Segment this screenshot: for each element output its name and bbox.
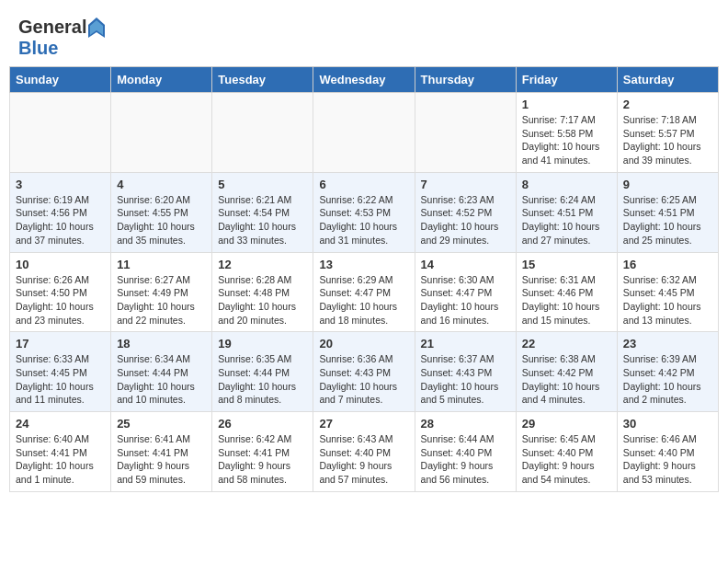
day-number: 16: [623, 258, 712, 271]
calendar-cell: 12Sunrise: 6:28 AM Sunset: 4:48 PM Dayli…: [212, 252, 313, 332]
day-number: 9: [623, 178, 712, 191]
logo-general-text: General: [18, 17, 86, 38]
day-info: Sunrise: 6:46 AM Sunset: 4:40 PM Dayligh…: [623, 432, 712, 487]
day-number: 25: [117, 417, 206, 431]
calendar-cell: [313, 93, 415, 173]
day-header-monday: Monday: [111, 67, 212, 93]
calendar-cell: 15Sunrise: 6:31 AM Sunset: 4:46 PM Dayli…: [516, 252, 617, 332]
day-info: Sunrise: 6:36 AM Sunset: 4:43 PM Dayligh…: [319, 352, 408, 407]
calendar-cell: 27Sunrise: 6:43 AM Sunset: 4:40 PM Dayli…: [313, 412, 415, 492]
day-number: 15: [522, 258, 611, 271]
calendar-cell: [10, 93, 111, 173]
calendar-cell: 29Sunrise: 6:45 AM Sunset: 4:40 PM Dayli…: [516, 412, 617, 492]
calendar-cell: [415, 93, 516, 173]
day-number: 19: [218, 337, 307, 350]
day-number: 14: [421, 258, 510, 271]
day-number: 27: [319, 417, 408, 431]
calendar-cell: 18Sunrise: 6:34 AM Sunset: 4:44 PM Dayli…: [111, 332, 212, 412]
day-info: Sunrise: 6:43 AM Sunset: 4:40 PM Dayligh…: [319, 432, 408, 487]
day-info: Sunrise: 6:26 AM Sunset: 4:50 PM Dayligh…: [16, 273, 105, 327]
day-info: Sunrise: 6:31 AM Sunset: 4:46 PM Dayligh…: [522, 273, 611, 327]
day-number: 4: [117, 178, 206, 191]
calendar-cell: 17Sunrise: 6:33 AM Sunset: 4:45 PM Dayli…: [10, 332, 111, 412]
day-number: 8: [522, 178, 611, 191]
calendar-cell: 21Sunrise: 6:37 AM Sunset: 4:43 PM Dayli…: [415, 332, 516, 412]
day-info: Sunrise: 6:40 AM Sunset: 4:41 PM Dayligh…: [16, 432, 105, 487]
page-header: General Blue: [0, 0, 728, 66]
day-info: Sunrise: 6:38 AM Sunset: 4:42 PM Dayligh…: [522, 352, 611, 407]
day-info: Sunrise: 6:23 AM Sunset: 4:52 PM Dayligh…: [421, 193, 510, 247]
calendar-cell: 6Sunrise: 6:22 AM Sunset: 4:53 PM Daylig…: [313, 172, 415, 252]
day-header-saturday: Saturday: [617, 67, 718, 93]
calendar-cell: 3Sunrise: 6:19 AM Sunset: 4:56 PM Daylig…: [10, 172, 111, 252]
day-number: 1: [522, 98, 611, 111]
day-header-friday: Friday: [516, 67, 617, 93]
calendar-cell: 30Sunrise: 6:46 AM Sunset: 4:40 PM Dayli…: [617, 412, 718, 492]
day-number: 21: [421, 337, 510, 350]
day-info: Sunrise: 6:33 AM Sunset: 4:45 PM Dayligh…: [16, 352, 105, 407]
calendar-cell: 14Sunrise: 6:30 AM Sunset: 4:47 PM Dayli…: [415, 252, 516, 332]
day-info: Sunrise: 7:18 AM Sunset: 5:57 PM Dayligh…: [623, 113, 712, 167]
day-number: 28: [421, 417, 510, 431]
calendar-cell: 23Sunrise: 6:39 AM Sunset: 4:42 PM Dayli…: [617, 332, 718, 412]
week-row-3: 10Sunrise: 6:26 AM Sunset: 4:50 PM Dayli…: [10, 252, 719, 332]
day-number: 6: [319, 178, 408, 191]
day-info: Sunrise: 6:19 AM Sunset: 4:56 PM Dayligh…: [16, 193, 105, 247]
calendar-cell: 26Sunrise: 6:42 AM Sunset: 4:41 PM Dayli…: [212, 412, 313, 492]
day-info: Sunrise: 6:28 AM Sunset: 4:48 PM Dayligh…: [218, 273, 307, 327]
calendar-cell: 24Sunrise: 6:40 AM Sunset: 4:41 PM Dayli…: [10, 412, 111, 492]
week-row-2: 3Sunrise: 6:19 AM Sunset: 4:56 PM Daylig…: [10, 172, 719, 252]
day-number: 17: [16, 337, 105, 350]
logo-blue-text: Blue: [18, 38, 105, 59]
day-info: Sunrise: 7:17 AM Sunset: 5:58 PM Dayligh…: [522, 113, 611, 167]
day-info: Sunrise: 6:24 AM Sunset: 4:51 PM Dayligh…: [522, 193, 611, 247]
day-info: Sunrise: 6:29 AM Sunset: 4:47 PM Dayligh…: [319, 273, 408, 327]
day-info: Sunrise: 6:44 AM Sunset: 4:40 PM Dayligh…: [421, 432, 510, 487]
calendar-cell: 22Sunrise: 6:38 AM Sunset: 4:42 PM Dayli…: [516, 332, 617, 412]
day-info: Sunrise: 6:45 AM Sunset: 4:40 PM Dayligh…: [522, 432, 611, 487]
day-info: Sunrise: 6:37 AM Sunset: 4:43 PM Dayligh…: [421, 352, 510, 407]
calendar-cell: 1Sunrise: 7:17 AM Sunset: 5:58 PM Daylig…: [516, 93, 617, 173]
day-number: 13: [319, 258, 408, 271]
week-row-4: 17Sunrise: 6:33 AM Sunset: 4:45 PM Dayli…: [10, 332, 719, 412]
day-info: Sunrise: 6:35 AM Sunset: 4:44 PM Dayligh…: [218, 352, 307, 407]
day-number: 24: [16, 417, 105, 431]
calendar-cell: 9Sunrise: 6:25 AM Sunset: 4:51 PM Daylig…: [617, 172, 718, 252]
calendar-cell: [212, 93, 313, 173]
week-row-1: 1Sunrise: 7:17 AM Sunset: 5:58 PM Daylig…: [10, 93, 719, 173]
day-header-tuesday: Tuesday: [212, 67, 313, 93]
day-info: Sunrise: 6:42 AM Sunset: 4:41 PM Dayligh…: [218, 432, 307, 487]
calendar-cell: 7Sunrise: 6:23 AM Sunset: 4:52 PM Daylig…: [415, 172, 516, 252]
calendar-cell: 13Sunrise: 6:29 AM Sunset: 4:47 PM Dayli…: [313, 252, 415, 332]
day-number: 18: [117, 337, 206, 350]
day-info: Sunrise: 6:41 AM Sunset: 4:41 PM Dayligh…: [117, 432, 206, 487]
day-header-wednesday: Wednesday: [313, 67, 415, 93]
calendar-cell: 19Sunrise: 6:35 AM Sunset: 4:44 PM Dayli…: [212, 332, 313, 412]
day-number: 29: [522, 417, 611, 431]
calendar-table: SundayMondayTuesdayWednesdayThursdayFrid…: [9, 66, 719, 492]
calendar-cell: 16Sunrise: 6:32 AM Sunset: 4:45 PM Dayli…: [617, 252, 718, 332]
day-number: 10: [16, 258, 105, 271]
day-info: Sunrise: 6:27 AM Sunset: 4:49 PM Dayligh…: [117, 273, 206, 327]
calendar-cell: 4Sunrise: 6:20 AM Sunset: 4:55 PM Daylig…: [111, 172, 212, 252]
calendar-cell: 10Sunrise: 6:26 AM Sunset: 4:50 PM Dayli…: [10, 252, 111, 332]
logo-icon: [88, 17, 105, 38]
calendar-cell: 25Sunrise: 6:41 AM Sunset: 4:41 PM Dayli…: [111, 412, 212, 492]
day-info: Sunrise: 6:22 AM Sunset: 4:53 PM Dayligh…: [319, 193, 408, 247]
day-number: 20: [319, 337, 408, 350]
day-info: Sunrise: 6:39 AM Sunset: 4:42 PM Dayligh…: [623, 352, 712, 407]
week-row-5: 24Sunrise: 6:40 AM Sunset: 4:41 PM Dayli…: [10, 412, 719, 492]
calendar-cell: 8Sunrise: 6:24 AM Sunset: 4:51 PM Daylig…: [516, 172, 617, 252]
day-number: 3: [16, 178, 105, 191]
day-info: Sunrise: 6:32 AM Sunset: 4:45 PM Dayligh…: [623, 273, 712, 327]
day-header-thursday: Thursday: [415, 67, 516, 93]
calendar-cell: 20Sunrise: 6:36 AM Sunset: 4:43 PM Dayli…: [313, 332, 415, 412]
day-info: Sunrise: 6:34 AM Sunset: 4:44 PM Dayligh…: [117, 352, 206, 407]
calendar-cell: 5Sunrise: 6:21 AM Sunset: 4:54 PM Daylig…: [212, 172, 313, 252]
day-number: 12: [218, 258, 307, 271]
day-number: 23: [623, 337, 712, 350]
day-number: 11: [117, 258, 206, 271]
calendar-cell: 28Sunrise: 6:44 AM Sunset: 4:40 PM Dayli…: [415, 412, 516, 492]
day-number: 30: [623, 417, 712, 431]
day-header-sunday: Sunday: [10, 67, 111, 93]
